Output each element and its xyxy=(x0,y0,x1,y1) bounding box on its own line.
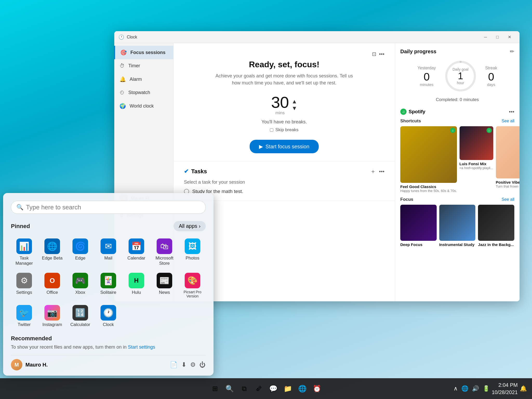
file-explorer-button[interactable]: 📁 xyxy=(281,382,295,395)
volume-icon[interactable]: 🔊 xyxy=(472,385,479,392)
sidebar-label-focus: Focus sessions xyxy=(130,50,165,55)
app-mail[interactable]: ✉ Mail xyxy=(95,236,122,269)
taskbar: ⊞ 🔍 ⧉ 🗞 💬 📁 🌐 ⏰ ∧ 🌐 🔊 🔋 2:04 PM 10/28/20… xyxy=(0,378,532,399)
download-icon[interactable]: ⬇ xyxy=(181,361,187,368)
select-task-text: Select a task for your session xyxy=(184,179,384,185)
task-view-button[interactable]: ⧉ xyxy=(237,382,251,395)
music-card-jazz[interactable]: Jazz in the Backg... xyxy=(478,205,514,247)
window-titlebar: 🕐 Clock ─ □ ✕ xyxy=(114,31,520,43)
play-icon: ▶ xyxy=(259,143,263,150)
app-hulu[interactable]: H Hulu xyxy=(123,270,150,301)
music-card-instrumental[interactable]: Instrumental Study xyxy=(439,205,476,247)
user-info[interactable]: M Mauro H. xyxy=(11,359,48,370)
picsart-icon: 🎨 xyxy=(185,273,200,288)
sidebar-label-stopwatch: Stopwatch xyxy=(128,90,150,95)
start-focus-button[interactable]: ▶ Start focus session xyxy=(250,140,319,153)
app-microsoft-store[interactable]: 🛍 Microsoft Store xyxy=(151,236,178,269)
music-card-positive[interactable]: Positive Vibes Positive Vibes Turn that … xyxy=(496,126,520,193)
app-xbox[interactable]: 🎮 Xbox xyxy=(67,270,94,301)
news-icon: 📰 xyxy=(157,273,172,288)
settings-icon: ⚙ xyxy=(16,273,32,288)
minimize-button[interactable]: ─ xyxy=(480,31,491,43)
user-avatar: M xyxy=(11,359,22,370)
app-calendar[interactable]: 📅 Calendar xyxy=(123,236,150,269)
file-icon[interactable]: 📄 xyxy=(170,361,178,368)
skip-breaks-checkbox[interactable] xyxy=(270,128,273,132)
panel-more-button[interactable]: ••• xyxy=(379,51,384,57)
chevron-up-icon[interactable]: ∧ xyxy=(454,385,458,392)
sidebar-item-focus-sessions[interactable]: 🎯 Focus sessions xyxy=(114,46,173,59)
app-photos[interactable]: 🖼 Photos xyxy=(179,236,206,269)
pinned-header: Pinned All apps › xyxy=(11,221,206,231)
time-decrement-button[interactable]: ▼ xyxy=(292,105,297,111)
sidebar-item-timer[interactable]: ⏱ Timer xyxy=(114,59,173,72)
clock-taskbar-button[interactable]: ⏰ xyxy=(310,382,324,395)
luis-fonsi-desc: <a href=spotify:playli... xyxy=(460,166,493,170)
focus-grid: Deep Focus Instrumental Study Jazz in th… xyxy=(400,205,514,247)
edge-button[interactable]: 🌐 xyxy=(296,382,309,395)
tasks-more-button[interactable]: ••• xyxy=(379,168,384,175)
tasks-header: ✔ Tasks ＋ ••• xyxy=(184,168,384,175)
system-clock[interactable]: 2:04 PM 10/28/2021 xyxy=(492,381,518,396)
search-button[interactable]: 🔍 xyxy=(223,382,236,395)
task-item: Study for the math test. xyxy=(184,189,384,194)
edit-daily-goal-button[interactable]: ✏ xyxy=(510,48,514,55)
window-title: Clock xyxy=(127,35,477,39)
search-bar[interactable]: 🔍 xyxy=(11,201,206,214)
power-icon[interactable]: ⏻ xyxy=(200,361,206,368)
app-news[interactable]: 📰 News xyxy=(151,270,178,301)
spotify-more-button[interactable]: ••• xyxy=(509,109,514,115)
notification-bell-icon[interactable]: 🔔 xyxy=(520,385,527,392)
sidebar-label-world-clock: World clock xyxy=(130,103,154,109)
music-card-deep-focus[interactable]: Deep Focus xyxy=(400,205,437,247)
app-picsart[interactable]: 🎨 Picsart Pro Version xyxy=(179,270,206,301)
music-card-feel-good[interactable]: ♫ Feel Good Classics Happy tunes from th… xyxy=(400,126,457,193)
app-solitaire[interactable]: 🃏 Solitaire xyxy=(95,270,122,301)
pinned-grid: 📊 Task Manager 🌐 Edge Beta 🌀 Edge ✉ Mail… xyxy=(11,236,206,330)
start-button[interactable]: ⊞ xyxy=(208,382,222,395)
settings-footer-icon[interactable]: ⚙ xyxy=(190,361,196,368)
app-calculator[interactable]: 🔢 Calculator xyxy=(67,302,94,330)
focus-icon: 🎯 xyxy=(120,49,127,56)
app-office[interactable]: O Office xyxy=(39,270,65,301)
chat-button[interactable]: 💬 xyxy=(267,382,280,395)
panel-expand-button[interactable]: ⊡ xyxy=(372,51,376,57)
sidebar-item-alarm[interactable]: 🔔 Alarm xyxy=(114,72,173,86)
sidebar-item-world-clock[interactable]: 🌍 World clock xyxy=(114,99,173,113)
time-increment-button[interactable]: ▲ xyxy=(292,99,297,104)
widgets-button[interactable]: 🗞 xyxy=(252,382,265,395)
edge-icon: 🌀 xyxy=(72,238,88,254)
task-manager-icon: 📊 xyxy=(16,238,32,254)
search-icon: 🔍 xyxy=(16,204,23,211)
all-apps-button[interactable]: All apps › xyxy=(174,221,206,231)
shortcuts-see-all[interactable]: See all xyxy=(502,119,514,123)
skip-breaks-row: Skip breaks xyxy=(184,127,384,132)
sidebar-item-stopwatch[interactable]: ⏲ Stopwatch xyxy=(114,86,173,99)
spotify-logo: ♫ xyxy=(400,109,407,115)
app-clock[interactable]: 🕐 Focus sessions Clock xyxy=(95,302,122,330)
focus-music-title: Focus xyxy=(400,197,413,202)
maximize-button[interactable]: □ xyxy=(491,31,503,43)
close-button[interactable]: ✕ xyxy=(503,31,515,43)
notification-area: ∧ 🌐 🔊 🔋 xyxy=(454,385,490,392)
focus-music-header: Focus See all xyxy=(400,197,514,202)
app-instagram[interactable]: 📷 Instagram xyxy=(39,302,65,330)
jazz-cover xyxy=(478,205,514,241)
network-icon[interactable]: 🌐 xyxy=(461,385,468,392)
app-task-manager[interactable]: 📊 Task Manager xyxy=(11,236,37,269)
window-controls: ─ □ ✕ xyxy=(480,31,515,43)
calendar-icon: 📅 xyxy=(129,238,144,254)
start-settings-link[interactable]: Start settings xyxy=(128,344,155,350)
battery-icon[interactable]: 🔋 xyxy=(483,385,490,392)
search-input[interactable] xyxy=(26,204,200,211)
app-settings[interactable]: ⚙ Settings xyxy=(11,270,37,301)
add-task-button[interactable]: ＋ xyxy=(370,168,376,175)
streak-stat: Streak 0 days xyxy=(485,66,497,87)
footer-icons: 📄 ⬇ ⚙ ⏻ xyxy=(170,361,206,368)
app-edge[interactable]: 🌀 Edge xyxy=(67,236,94,269)
music-card-luis-fonsi[interactable]: ♫ Luis Fonsi Mix <a href=spotify:playli.… xyxy=(460,126,493,193)
app-edge-beta[interactable]: 🌐 Edge Beta xyxy=(39,236,65,269)
instagram-icon: 📷 xyxy=(44,305,60,321)
app-twitter[interactable]: 🐦 Twitter xyxy=(11,302,37,330)
focus-see-all[interactable]: See all xyxy=(502,197,514,202)
